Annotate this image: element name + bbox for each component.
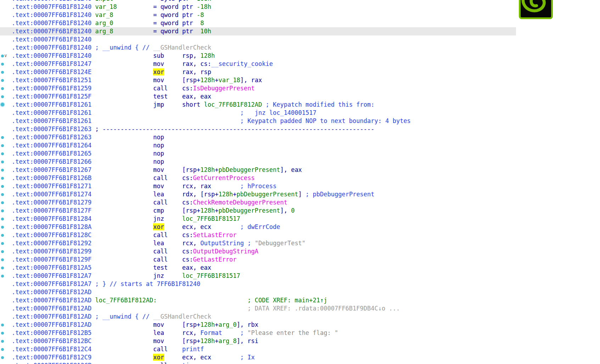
asm-line[interactable]: .text:00007FF6B1F81265 nop: [0, 150, 516, 158]
asm-segment-cmt: ; hProcess: [240, 183, 276, 190]
asm-line[interactable]: .text:00007FF6B1F81240 arg_0 = qword ptr…: [0, 19, 516, 27]
asm-line[interactable]: .text:00007FF6B1F81259 call cs:IsDebugge…: [0, 84, 516, 93]
asm-line[interactable]: .text:00007FF6B1F812AD ; __unwind { // _…: [0, 313, 516, 321]
asm-line[interactable]: .text:00007FF6B1F81261 jmp short loc_7FF…: [0, 101, 516, 109]
asm-segment-addr: .text:00007FF6B1F812AD: [12, 305, 91, 312]
asm-line[interactable]: .text:00007FF6B1F81240 arg_8 = qword ptr…: [0, 27, 516, 35]
asm-text: .text:00007FF6B1F8129F call cs:GetLastEr…: [12, 256, 237, 264]
asm-text: .text:00007FF6B1F81240 Input = byte ptr …: [12, 0, 211, 3]
asm-line[interactable]: .text:00007FF6B1F812B5 lea rcx, Format ;…: [0, 329, 516, 337]
collapse-arrow-icon[interactable]: ∨: [4, 52, 7, 59]
asm-segment-addr: .text:00007FF6B1F81240: [12, 36, 91, 43]
asm-segment-imp: OutputDebugStringA: [193, 248, 258, 255]
asm-line[interactable]: .text:00007FF6B1F8126B call cs:GetCurren…: [0, 174, 516, 182]
asm-segment-num: -108h: [193, 0, 211, 2]
asm-line[interactable]: .text:00007FF6B1F812A5 test eax, eax: [0, 264, 516, 272]
asm-segment-insn: nop: [153, 142, 164, 149]
asm-segment-insn: +: [233, 191, 236, 198]
asm-text: .text:00007FF6B1F81259 call cs:IsDebugge…: [12, 84, 255, 93]
asm-line[interactable]: .text:00007FF6B1F812AD ; DATA XREF: .rda…: [0, 304, 516, 313]
asm-segment-insn: ], rbx: [237, 321, 258, 328]
asm-line[interactable]: .text:00007FF6B1F81240: [0, 35, 516, 44]
asm-text: .text:00007FF6B1F81240 ; __unwind { // _…: [12, 44, 211, 52]
line-gutter: [0, 166, 12, 174]
asm-segment-insn: [91, 240, 153, 247]
asm-line[interactable]: .text:00007FF6B1F81299 call cs:OutputDeb…: [0, 247, 516, 256]
asm-line[interactable]: .text:00007FF6B1F81261 ; Keypatch padded…: [0, 117, 516, 125]
asm-line[interactable]: .text:00007FF6B1F81240 var_8 = qword ptr…: [0, 11, 516, 19]
asm-segment-insn: nop: [153, 134, 164, 141]
asm-segment-addr: .text:00007FF6B1F812B5: [12, 329, 91, 336]
asm-line[interactable]: .text:00007FF6B1F81240 Input = byte ptr …: [0, 0, 516, 3]
asm-line[interactable]: .text:00007FF6B1F8128C call cs:SetLastEr…: [0, 231, 516, 239]
asm-line[interactable]: .text:00007FF6B1F812AD: [0, 288, 516, 296]
line-gutter: [0, 288, 12, 296]
asm-segment-insn: test eax, eax: [153, 93, 211, 100]
asm-segment-addr: .text:00007FF6B1F81284: [12, 215, 91, 222]
asm-line[interactable]: .text:00007FF6B1F812AD mov [rsp+128h+arg…: [0, 321, 516, 329]
asm-line[interactable]: .text:00007FF6B1F81267 mov [rsp+128h+pbD…: [0, 166, 516, 174]
line-gutter: [0, 231, 12, 239]
asm-line[interactable]: .text:00007FF6B1F81240 ; __unwind { // _…: [0, 44, 516, 52]
asm-segment-addr: .text:00007FF6B1F81240: [12, 28, 91, 35]
asm-segment-insn: call: [153, 346, 182, 353]
asm-segment-insn: [91, 313, 95, 320]
asm-segment-insn: [91, 109, 240, 116]
asm-segment-insn: = qword ptr: [113, 11, 197, 18]
asm-text: .text:00007FF6B1F81274 lea rdx, [rsp+128…: [12, 190, 375, 198]
asm-segment-addr: .text:00007FF6B1F81259: [12, 85, 91, 92]
asm-line[interactable]: .text:00007FF6B1F81261 ; jnz loc_1400015…: [0, 109, 516, 117]
nvidia-overlay-icon[interactable]: [519, 0, 553, 19]
line-gutter: [0, 27, 12, 35]
asm-line[interactable]: .text:00007FF6B1F81264 nop: [0, 141, 516, 150]
asm-line[interactable]: .text:00007FF6B1F8124E xor rax, rsp: [0, 68, 516, 76]
asm-line[interactable]: .text:00007FF6B1F81292 lea rcx, OutputSt…: [0, 239, 516, 247]
asm-line[interactable]: ∨.text:00007FF6B1F81240 sub rsp, 128h: [0, 52, 516, 60]
asm-text: .text:00007FF6B1F812AD: [12, 288, 91, 296]
asm-line[interactable]: .text:00007FF6B1F812A7 jnz loc_7FF6B1F81…: [0, 272, 516, 280]
asm-line[interactable]: .text:00007FF6B1F8128A xor ecx, ecx ; dw…: [0, 223, 516, 231]
asm-line[interactable]: .text:00007FF6B1F812C4 call printf: [0, 345, 516, 353]
asm-line[interactable]: .text:00007FF6B1F81251 mov [rsp+128h+var…: [0, 76, 516, 84]
asm-line[interactable]: .text:00007FF6B1F8129F call cs:GetLastEr…: [0, 256, 516, 264]
asm-text: .text:00007FF6B1F81240: [12, 35, 91, 44]
execution-marker-dot-icon: [1, 234, 4, 237]
asm-line[interactable]: .text:00007FF6B1F81279 call cs:CheckRemo…: [0, 198, 516, 207]
asm-segment-num: 128h: [218, 191, 233, 198]
asm-segment-name: var_18: [95, 3, 117, 10]
asm-line[interactable]: .text:00007FF6B1F812AD loc_7FF6B1F812AD:…: [0, 296, 516, 304]
line-gutter: [0, 76, 12, 84]
asm-line[interactable]: .text:00007FF6B1F812CB call time: [0, 362, 516, 364]
asm-line[interactable]: .text:00007FF6B1F8127F cmp [rsp+128h+pbD…: [0, 207, 516, 215]
asm-text: .text:00007FF6B1F812AD loc_7FF6B1F812AD:…: [12, 296, 327, 304]
asm-segment-cmt: ;: [247, 240, 254, 247]
asm-line[interactable]: .text:00007FF6B1F81266 nop: [0, 158, 516, 166]
asm-segment-cmt: ; Keypatch modified this from:: [265, 101, 374, 108]
asm-segment-cmt: ; pbDebuggerPresent: [305, 191, 374, 198]
asm-segment-loc: loc_7FF6B1F81517: [182, 272, 240, 279]
asm-segment-addr: .text:00007FF6B1F81263: [12, 125, 91, 133]
asm-line[interactable]: .text:00007FF6B1F81274 lea rdx, [rsp+128…: [0, 190, 516, 198]
asm-line[interactable]: .text:00007FF6B1F81284 jnz loc_7FF6B1F81…: [0, 215, 516, 223]
asm-segment-insn: ecx, ecx: [164, 354, 240, 361]
asm-segment-mut: ; DATA XREF: .rdata:00007FF6B1F9DB4C↓o .…: [247, 305, 400, 312]
asm-line[interactable]: .text:00007FF6B1F81240 var_18 = qword pt…: [0, 3, 516, 11]
asm-line[interactable]: .text:00007FF6B1F812A7 ; } // starts at …: [0, 280, 516, 288]
asm-segment-insn: [91, 28, 95, 35]
execution-marker-dot-icon: [1, 332, 4, 335]
asm-segment-insn: rax, rsp: [164, 68, 211, 75]
asm-segment-addr: .text:00007FF6B1F8128A: [12, 223, 91, 230]
asm-line[interactable]: .text:00007FF6B1F8125F test eax, eax: [0, 93, 516, 101]
asm-line[interactable]: .text:00007FF6B1F812C9 xor ecx, ecx ; Ix: [0, 353, 516, 362]
asm-line[interactable]: .text:00007FF6B1F81263 ; ---------------…: [0, 125, 516, 133]
asm-segment-name: var_18: [218, 77, 240, 84]
asm-line[interactable]: .text:00007FF6B1F81271 mov rcx, rax ; hP…: [0, 182, 516, 190]
execution-marker-dot-icon: [1, 258, 4, 261]
asm-line[interactable]: .text:00007FF6B1F81263 nop: [0, 133, 516, 141]
asm-line[interactable]: .text:00007FF6B1F812BC mov [rsp+128h+arg…: [0, 337, 516, 345]
execution-marker-dot-icon: [1, 267, 4, 269]
asm-line[interactable]: .text:00007FF6B1F81247 mov rax, cs:__sec…: [0, 60, 516, 68]
disassembly-listing[interactable]: .text:00007FF6B1F81240 Input = byte ptr …: [0, 0, 516, 364]
asm-segment-insn: ], eax: [280, 166, 302, 173]
asm-segment-name: arg_8: [95, 28, 113, 35]
